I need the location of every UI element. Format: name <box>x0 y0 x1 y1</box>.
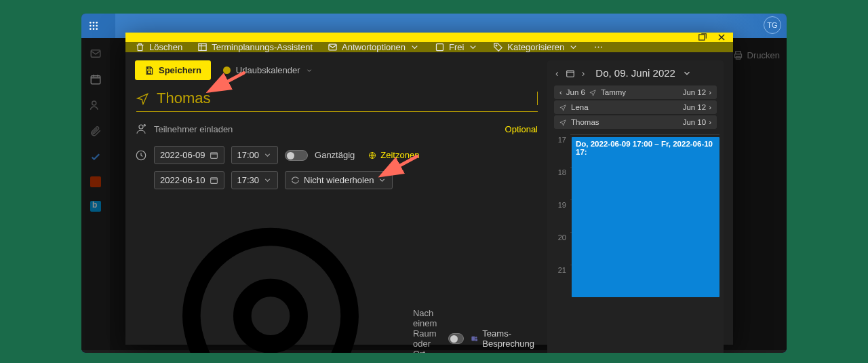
svg-point-6 <box>90 28 92 30</box>
allday-event-bar[interactable]: ThomasJun 10› <box>554 115 717 129</box>
busy-status-button[interactable]: Frei <box>435 42 478 52</box>
hour-label: 21 <box>551 265 570 297</box>
location-icon <box>135 203 406 353</box>
allday-toggle[interactable] <box>285 150 308 161</box>
allday-event-bar[interactable]: ‹Jun 6TammyJun 12› <box>554 85 717 99</box>
svg-point-0 <box>90 22 92 24</box>
event-editor-modal: Löschen Terminplanungs-Assistent Antwort… <box>125 33 733 345</box>
location-input[interactable]: Nach einem Raum oder Ort suchen <box>413 308 441 353</box>
end-time-input[interactable]: 17:30 <box>231 171 279 189</box>
more-icon[interactable] <box>593 42 604 52</box>
close-icon[interactable] <box>717 33 726 42</box>
svg-point-2 <box>96 22 98 24</box>
svg-point-33 <box>475 337 477 339</box>
svg-point-26 <box>144 125 145 126</box>
svg-point-5 <box>96 25 98 27</box>
hour-label: 19 <box>551 199 570 232</box>
clock-icon <box>135 149 147 161</box>
allday-event-bar[interactable]: LenaJun 12› <box>554 100 717 114</box>
svg-rect-30 <box>210 178 217 184</box>
calendar-color-dot <box>223 66 231 74</box>
response-options-button[interactable]: Antwortoptionen <box>328 42 420 52</box>
calendar-preview-pane: ‹ › Do, 09. Juni 2022 ‹Jun 6TammyJun 12›… <box>547 60 724 353</box>
svg-point-4 <box>93 25 95 27</box>
teams-meeting-label: Teams-Besprechung <box>471 328 538 349</box>
invite-attendees-input[interactable]: Teilnehmer einladen <box>154 124 498 134</box>
start-date-input[interactable]: 2022-06-09 <box>154 146 224 164</box>
scheduling-assistant-button[interactable]: Terminplanungs-Assistent <box>197 42 313 52</box>
delete-button[interactable]: Löschen <box>135 42 182 52</box>
event-title-input[interactable] <box>157 90 529 107</box>
plane-icon <box>136 92 150 105</box>
svg-point-22 <box>601 47 602 48</box>
avatar[interactable]: TG <box>764 16 781 34</box>
prev-day-button[interactable]: ‹ <box>555 68 559 79</box>
next-day-button[interactable]: › <box>582 68 585 79</box>
hour-label: 17 <box>551 134 570 167</box>
svg-point-31 <box>242 288 298 344</box>
svg-point-19 <box>496 45 497 46</box>
svg-point-3 <box>90 25 92 27</box>
start-time-input[interactable]: 17:00 <box>231 146 279 164</box>
svg-point-25 <box>139 125 143 129</box>
svg-rect-28 <box>210 153 217 159</box>
multi-day-icon[interactable] <box>566 69 575 78</box>
event-block[interactable]: Do, 2022-06-09 17:00 – Fr, 2022-06-10 17… <box>572 137 719 297</box>
preview-date: Do, 09. Juni 2022 <box>595 67 675 79</box>
svg-rect-24 <box>148 71 151 73</box>
timezones-link[interactable]: Zeitzonen <box>368 150 419 160</box>
hour-label: 20 <box>551 232 570 265</box>
svg-rect-23 <box>148 66 151 69</box>
svg-rect-32 <box>472 337 475 341</box>
popout-icon[interactable] <box>698 33 707 42</box>
save-button[interactable]: Speichern <box>135 60 211 80</box>
allday-label: Ganztägig <box>315 150 355 160</box>
svg-point-21 <box>598 47 599 48</box>
optional-attendees-link[interactable]: Optional <box>505 124 538 134</box>
svg-point-20 <box>595 47 596 48</box>
hour-label: 18 <box>551 167 570 199</box>
repeat-selector[interactable]: Nicht wiederholen <box>285 171 393 189</box>
categorize-button[interactable]: Kategorisieren <box>493 42 578 52</box>
teams-toggle[interactable] <box>448 333 465 344</box>
svg-point-8 <box>96 28 98 30</box>
end-date-input[interactable]: 2022-06-10 <box>154 171 224 189</box>
svg-point-7 <box>93 28 95 30</box>
svg-rect-39 <box>566 70 574 76</box>
waffle-icon[interactable] <box>81 14 106 38</box>
svg-point-1 <box>93 22 95 24</box>
calendar-selector[interactable]: Urlaubskalender <box>223 65 313 75</box>
svg-rect-15 <box>699 35 705 40</box>
svg-rect-18 <box>436 44 443 51</box>
people-icon <box>135 123 147 135</box>
svg-rect-16 <box>199 44 206 51</box>
